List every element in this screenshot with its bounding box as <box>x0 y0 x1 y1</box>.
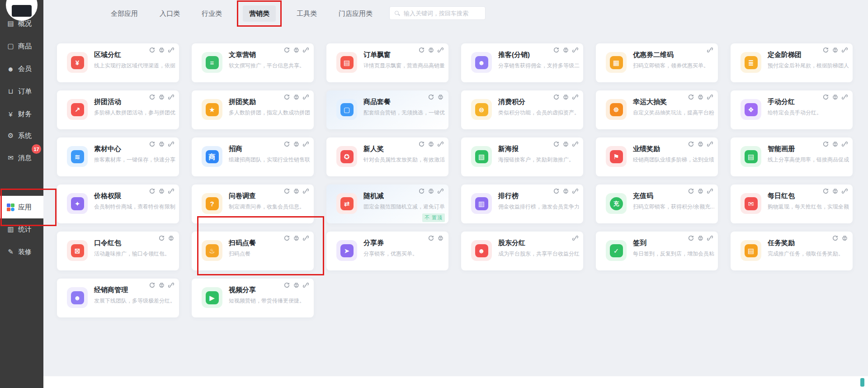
uninstall-icon[interactable] <box>832 141 838 147</box>
uninstall-icon[interactable] <box>159 94 165 100</box>
refresh-icon[interactable] <box>149 282 155 288</box>
link-icon[interactable] <box>168 282 174 288</box>
refresh-icon[interactable] <box>823 188 829 194</box>
app-card[interactable]: ▤ 智能画册 线上分享高使用率，链接商品促成... <box>731 137 853 176</box>
app-card[interactable]: ≣ 定金阶梯团 预付定金后补尾款，根据阶梯团人... <box>731 43 853 82</box>
sidebar-item-goods[interactable]: ▢ 商品 <box>0 36 43 56</box>
uninstall-icon[interactable] <box>698 188 703 194</box>
link-icon[interactable] <box>303 47 309 53</box>
refresh-icon[interactable] <box>284 141 290 147</box>
app-card[interactable]: ✓ 签到 每日签到，反复到店，增加会员粘... <box>596 232 718 270</box>
uninstall-icon[interactable] <box>159 188 165 194</box>
uninstall-icon[interactable] <box>159 282 165 288</box>
uninstall-icon[interactable] <box>842 235 848 241</box>
refresh-icon[interactable] <box>688 188 694 194</box>
app-card[interactable]: ≋ 素材中心 推客素材库，一键保存，快速分享。 <box>57 137 179 176</box>
uninstall-icon[interactable] <box>832 47 838 53</box>
uninstall-icon[interactable] <box>293 282 299 288</box>
uninstall-icon[interactable] <box>698 94 703 100</box>
refresh-icon[interactable] <box>149 94 155 100</box>
uninstall-icon[interactable] <box>293 94 299 100</box>
refresh-icon[interactable] <box>553 47 559 53</box>
link-icon[interactable] <box>168 188 174 194</box>
refresh-icon[interactable] <box>823 141 829 147</box>
refresh-icon[interactable] <box>428 94 434 100</box>
uninstall-icon[interactable] <box>159 47 165 53</box>
link-icon[interactable] <box>842 94 848 100</box>
uninstall-icon[interactable] <box>293 141 299 147</box>
link-icon[interactable] <box>572 141 578 147</box>
refresh-icon[interactable] <box>688 94 694 100</box>
app-card[interactable]: ⊠ 口令红包 活动趣味推广，输口令领红包。 <box>57 232 179 270</box>
app-card[interactable]: ≡ 文章营销 软文撰写推广，平台信息共享。 <box>192 43 314 82</box>
refresh-icon[interactable] <box>823 94 829 100</box>
link-icon[interactable] <box>572 47 578 53</box>
app-card[interactable]: ⚑ 业绩奖励 经销商团队业绩多阶梯，达到业绩... <box>596 137 718 176</box>
refresh-icon[interactable] <box>428 235 434 241</box>
link-icon[interactable] <box>842 188 848 194</box>
tab-入口类[interactable]: 入口类 <box>159 5 181 22</box>
uninstall-icon[interactable] <box>563 47 569 53</box>
uninstall-icon[interactable] <box>563 141 569 147</box>
uninstall-icon[interactable] <box>438 94 443 100</box>
sidebar-item-apps[interactable]: 应用 <box>0 196 43 218</box>
link-icon[interactable] <box>842 47 848 53</box>
tab-门店应用类[interactable]: 门店应用类 <box>338 5 373 22</box>
app-card[interactable]: ▧ 新海报 海报链接客户，奖励刺激推广。 <box>461 137 583 176</box>
app-card[interactable]: ☻ 推客(分销) 分享销售获得佣金，支持多等级二... <box>461 43 583 82</box>
refresh-icon[interactable] <box>284 47 290 53</box>
tab-行业类[interactable]: 行业类 <box>201 5 223 22</box>
sidebar-item-finance[interactable]: ¥ 财务 <box>0 104 43 124</box>
app-card[interactable]: ¥ 区域分红 线上实现行政区域代理渠道，依据... <box>57 43 179 82</box>
app-card[interactable]: ▶ 视频分享 短视频营销，带货传播更便捷。 <box>192 279 314 317</box>
uninstall-icon[interactable] <box>428 188 434 194</box>
link-icon[interactable] <box>303 94 309 100</box>
link-icon[interactable] <box>438 141 443 147</box>
app-card[interactable]: ❖ 手动分红 给特定会员手动分红。 <box>731 90 853 129</box>
uninstall-icon[interactable] <box>293 47 299 53</box>
uninstall-icon[interactable] <box>168 235 174 241</box>
link-icon[interactable] <box>303 282 309 288</box>
app-card[interactable]: ♨ 扫码点餐 扫码点餐 <box>192 232 314 270</box>
refresh-icon[interactable] <box>159 235 165 241</box>
refresh-icon[interactable] <box>688 235 694 241</box>
link-icon[interactable] <box>707 188 713 194</box>
refresh-icon[interactable] <box>823 47 829 53</box>
refresh-icon[interactable] <box>284 282 290 288</box>
uninstall-icon[interactable] <box>832 188 838 194</box>
uninstall-icon[interactable] <box>159 141 165 147</box>
tab-营销类[interactable]: 营销类 <box>243 5 276 22</box>
app-card[interactable]: ? 问卷调查 制定调查问券，收集会员信息。 <box>192 185 314 223</box>
refresh-icon[interactable] <box>553 188 559 194</box>
app-card[interactable]: ↗ 拼团活动 多阶梯人数拼团活动，参与拼团优... <box>57 90 179 129</box>
link-icon[interactable] <box>707 141 713 147</box>
tab-工具类[interactable]: 工具类 <box>296 5 318 22</box>
app-card[interactable]: ☻ 股东分红 成为平台股东，共享平台收益分红。 <box>461 232 583 270</box>
refresh-icon[interactable] <box>419 141 425 147</box>
app-card[interactable]: ☻ 经销商管理 发展下线团队，多等级极差分红。 <box>57 279 179 317</box>
refresh-icon[interactable] <box>149 188 155 194</box>
refresh-icon[interactable] <box>284 94 290 100</box>
refresh-icon[interactable] <box>149 141 155 147</box>
link-icon[interactable] <box>572 94 578 100</box>
app-card[interactable]: ✦ 价格权限 会员制特价商城，查看特价有限制。 <box>57 185 179 223</box>
app-card[interactable]: ➤ 分享券 分享锁客，优惠买单。 <box>326 232 448 270</box>
uninstall-icon[interactable] <box>428 141 434 147</box>
uninstall-icon[interactable] <box>563 188 569 194</box>
app-card[interactable]: ▥ 排行榜 佣金收益排行榜，激发会员竞争力。 <box>461 185 583 223</box>
uninstall-icon[interactable] <box>563 94 569 100</box>
link-icon[interactable] <box>303 188 309 194</box>
link-icon[interactable] <box>438 188 443 194</box>
link-icon[interactable] <box>303 235 309 241</box>
app-card[interactable]: ⊜ 消费积分 类似积分功能，会员的虚拟资产。 <box>461 90 583 129</box>
uninstall-icon[interactable] <box>832 94 838 100</box>
uninstall-icon[interactable] <box>698 141 703 147</box>
uninstall-icon[interactable] <box>438 235 443 241</box>
app-card[interactable]: ✪ 新人奖 针对会员属性发放奖励，有效激活... <box>326 137 448 176</box>
refresh-icon[interactable] <box>284 235 290 241</box>
app-card[interactable]: ★ 拼团奖励 多人数阶拼团，指定人数成功拼团。 <box>192 90 314 129</box>
search-input[interactable] <box>403 9 481 17</box>
sidebar-item-overview[interactable]: ▤ 概况 <box>0 14 43 33</box>
app-card[interactable]: ▢ 商品套餐 配套组合营销，无须挑选，一键优... <box>326 90 448 129</box>
app-card[interactable]: ✉ 每日红包 购物返现，每天抢红包，实现全额... <box>731 185 853 223</box>
